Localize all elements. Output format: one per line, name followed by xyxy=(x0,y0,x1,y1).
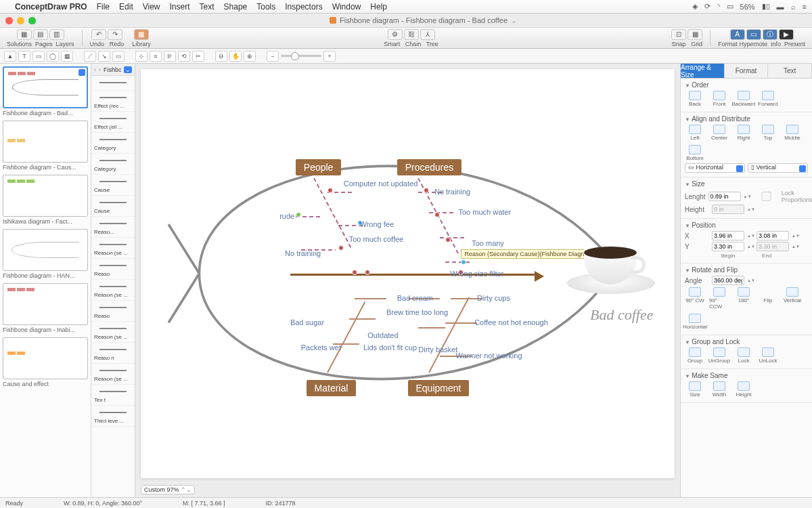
menu-help[interactable]: Help xyxy=(370,2,387,12)
scissors-tool[interactable]: ✂ xyxy=(192,51,204,62)
display-icon[interactable]: ▭ xyxy=(727,2,734,11)
align-center[interactable]: Center xyxy=(709,125,729,141)
angle-input[interactable] xyxy=(712,276,744,285)
tab-arrange[interactable]: Arrange & Size xyxy=(681,64,725,78)
app-name[interactable]: ConceptDraw PRO xyxy=(15,2,87,12)
align-left[interactable]: Left xyxy=(685,125,705,141)
lib-dropdown-icon[interactable]: ⌄ xyxy=(124,66,132,73)
cause-notraining-p[interactable]: No training xyxy=(285,249,321,257)
wifi-icon[interactable]: ◝ xyxy=(717,2,720,11)
zoom-tool[interactable]: ⊕ xyxy=(244,51,256,62)
shape-item-7[interactable]: Reaso... xyxy=(91,217,135,238)
length-input[interactable] xyxy=(708,192,741,201)
cause-packetswet[interactable]: Packets wet xyxy=(301,343,341,352)
menu-icon[interactable]: ≡ xyxy=(803,3,807,11)
cause-outdated[interactable]: Outdated xyxy=(367,331,398,339)
zoom-minus[interactable]: − xyxy=(267,51,279,62)
drawing-canvas[interactable]: People Procedures Material Equipment xyxy=(141,69,675,478)
connector-tool[interactable]: ↘ xyxy=(98,51,110,62)
canvas-area[interactable]: People Procedures Material Equipment xyxy=(135,64,680,497)
rotate-ccw[interactable]: 90° CCW xyxy=(709,287,729,310)
chain-button[interactable]: ⛓ xyxy=(404,29,419,40)
minimize-window-button[interactable] xyxy=(17,17,24,24)
library-title[interactable]: Fishbo... xyxy=(104,66,121,73)
redo-button[interactable]: ↷ xyxy=(108,29,122,40)
unlock-btn[interactable]: UnLock xyxy=(758,347,778,364)
order-front[interactable]: Front xyxy=(709,91,729,107)
diamond-icon[interactable]: ◈ xyxy=(692,2,698,11)
lib-fwd-icon[interactable]: › xyxy=(99,66,101,73)
category-procedures[interactable]: Procedures xyxy=(397,159,462,175)
cause-warmer[interactable]: Warmer not working xyxy=(456,352,522,360)
present-button[interactable]: ▶ xyxy=(779,29,794,40)
shape-item-2[interactable]: Effect (ell ... xyxy=(91,112,135,133)
page-thumb-3[interactable]: Fishbone diagram - HAN... xyxy=(3,229,88,279)
format-button[interactable]: A xyxy=(730,29,745,40)
zoom-control[interactable]: Custom 97%⌃⌄ xyxy=(141,485,195,494)
layers-button[interactable]: ▥ xyxy=(49,29,64,40)
shape-item-5[interactable]: Cause xyxy=(91,175,135,196)
cause-badsugar[interactable]: Bad sugar xyxy=(290,318,324,326)
shape-item-0[interactable] xyxy=(91,76,135,91)
library-button[interactable]: ▦ xyxy=(134,29,149,40)
tab-format[interactable]: Format xyxy=(725,64,769,78)
same-width[interactable]: Width xyxy=(709,381,729,398)
page-thumb-0[interactable]: Fishbone diagram - Bad... xyxy=(3,66,88,117)
shape-item-1[interactable]: Effect (rec ... xyxy=(91,91,135,112)
align-top[interactable]: Top xyxy=(758,125,778,141)
lock-proportions[interactable]: Lock Proportions xyxy=(753,190,812,203)
shape-item-14[interactable]: Reason (se ... xyxy=(91,364,135,385)
shape-item-13[interactable]: Reaso n xyxy=(91,343,135,364)
align-middle[interactable]: Middle xyxy=(782,125,803,141)
menu-window[interactable]: Window xyxy=(332,2,361,12)
rotate-cw[interactable]: 90° CW xyxy=(685,287,705,310)
menu-tools[interactable]: Tools xyxy=(256,2,275,12)
cause-dirtycups[interactable]: Dirty cups xyxy=(477,294,510,302)
shape-item-4[interactable]: Category xyxy=(91,154,135,175)
pages-button[interactable]: ▤ xyxy=(33,29,48,40)
lock-btn[interactable]: Lock xyxy=(734,347,754,364)
page-thumb-4[interactable]: Fishbone diagram - Inabi... xyxy=(3,283,88,333)
menu-view[interactable]: View xyxy=(143,2,160,12)
shape-item-8[interactable]: Reason (se ... xyxy=(91,238,135,259)
pos-x2[interactable] xyxy=(757,231,789,240)
category-material[interactable]: Material xyxy=(307,380,357,396)
zoom-plus[interactable]: + xyxy=(323,51,336,62)
menu-shape[interactable]: Shape xyxy=(224,2,248,12)
distribute-tool[interactable]: ⊪ xyxy=(164,51,176,62)
align-tool[interactable]: ≡ xyxy=(150,51,162,62)
pos-x1[interactable] xyxy=(712,231,744,240)
shape-item-3[interactable]: Category xyxy=(91,133,135,154)
distribute-v[interactable]: ▯ Vertical xyxy=(748,163,808,173)
table-tool[interactable]: ▦ xyxy=(61,51,73,62)
document-tab[interactable]: Fishbone diagram - Fishbone diagram - Ba… xyxy=(330,16,517,25)
zoom-out-tool[interactable]: ⊖ xyxy=(215,51,227,62)
node[interactable] xyxy=(352,270,357,275)
text-tool[interactable]: T xyxy=(18,51,30,62)
rotate-tool[interactable]: ⟲ xyxy=(178,51,190,62)
tab-text[interactable]: Text xyxy=(768,64,812,78)
cause-toomuchwater[interactable]: Too much water xyxy=(458,208,511,216)
order-back[interactable]: Back xyxy=(685,91,705,107)
cause-notraining-proc[interactable]: No training xyxy=(434,188,470,196)
cause-lids[interactable]: Lids don't fit cup xyxy=(359,343,420,352)
page-thumb-5[interactable]: Cause and effect xyxy=(3,337,88,387)
effect-label[interactable]: Bad coffee xyxy=(590,306,653,324)
chevron-down-icon[interactable]: ⌄ xyxy=(511,16,517,25)
tree-button[interactable]: ⅄ xyxy=(420,29,435,40)
shape-item-12[interactable]: Reason (se ... xyxy=(91,322,135,343)
align-right[interactable]: Right xyxy=(734,125,754,141)
sync-icon[interactable]: ⟳ xyxy=(704,2,710,11)
cause-rude[interactable]: rude xyxy=(279,212,294,220)
cause-wrongfee[interactable]: Wrong fee xyxy=(359,220,394,228)
lib-back-icon[interactable]: ‹ xyxy=(94,66,96,73)
menu-inspectors[interactable]: Inspectors xyxy=(285,2,322,12)
order-backward[interactable]: Backward xyxy=(734,91,754,107)
hand-tool[interactable]: ✋ xyxy=(229,51,242,62)
align-bottom[interactable]: Bottom xyxy=(685,145,705,161)
undo-button[interactable]: ↶ xyxy=(91,29,106,40)
pointer-tool[interactable]: ▲ xyxy=(4,51,16,62)
menu-file[interactable]: File xyxy=(97,2,110,12)
solutions-button[interactable]: ▦ xyxy=(17,29,32,40)
page-thumb-1[interactable]: Fishbone diagram - Caus... xyxy=(3,121,88,171)
